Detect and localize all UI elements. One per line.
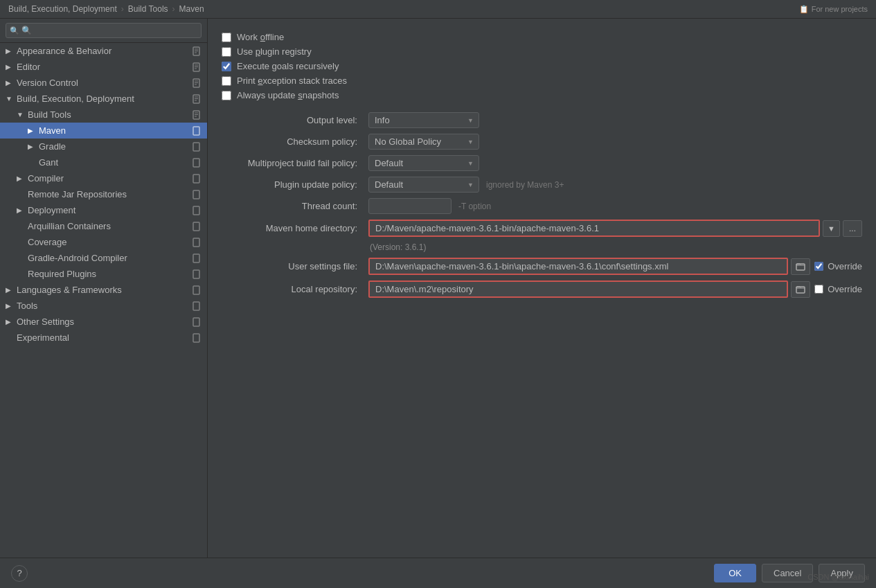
svg-rect-31: [193, 302, 199, 310]
sidebar-item-arquillian[interactable]: ▶ Arquillian Containers: [0, 218, 207, 234]
sidebar-item-compiler[interactable]: ▶ Compiler: [0, 170, 207, 186]
page-icon: [192, 110, 202, 120]
search-icon: 🔍: [10, 26, 19, 35]
always-update-label[interactable]: Always update snapshots: [237, 90, 339, 100]
execute-goals-checkbox[interactable]: [222, 62, 231, 71]
sidebar-item-tools[interactable]: ▶ Tools: [0, 298, 207, 314]
sidebar-label: Version Control: [17, 78, 78, 88]
breadcrumb-part-1[interactable]: Build, Execution, Deployment: [8, 4, 117, 14]
sidebar-item-gant[interactable]: ▶ Gant: [0, 154, 207, 170]
checkbox-print-exception-row: Print exception stack traces: [222, 73, 862, 88]
local-repo-override-checkbox[interactable]: [814, 285, 823, 294]
local-repo-input[interactable]: [368, 280, 788, 298]
checkbox-plugin-registry-row: Use plugin registry: [222, 44, 862, 59]
local-repo-override-row: Override: [814, 284, 862, 294]
print-exception-label[interactable]: Print exception stack traces: [237, 75, 347, 86]
sidebar-label: Appearance & Behavior: [17, 46, 111, 56]
checkbox-work-offline-row: Work offline: [222, 30, 862, 44]
svg-rect-20: [193, 127, 199, 135]
multiproject-label: Multiproject build fail policy:: [222, 158, 360, 168]
maven-home-dropdown-btn[interactable]: ▼: [823, 220, 840, 237]
settings-panel: Work offline Use plugin registry Execute…: [208, 19, 876, 558]
maven-home-path-row: ▼ ...: [368, 220, 862, 237]
output-level-select[interactable]: Info Debug Error: [368, 112, 479, 128]
sidebar-item-build-execution[interactable]: ▼ Build, Execution, Deployment: [0, 91, 207, 107]
work-offline-label[interactable]: Work offline: [237, 32, 284, 42]
sidebar-item-deployment[interactable]: ▶ Deployment: [0, 202, 207, 218]
always-update-checkbox[interactable]: [222, 91, 231, 100]
sidebar-item-experimental[interactable]: ▶ Experimental: [0, 330, 207, 346]
use-plugin-registry-label[interactable]: Use plugin registry: [237, 46, 312, 57]
maven-home-input[interactable]: [368, 220, 820, 237]
user-settings-override-row: Override: [814, 261, 862, 271]
svg-rect-26: [193, 222, 199, 231]
sidebar-item-other-settings[interactable]: ▶ Other Settings: [0, 314, 207, 330]
svg-rect-23: [193, 175, 199, 183]
work-offline-checkbox[interactable]: [222, 33, 231, 42]
breadcrumb-part-2[interactable]: Build Tools: [128, 4, 168, 14]
svg-rect-27: [193, 238, 199, 247]
user-settings-input[interactable]: [368, 258, 788, 275]
checksum-policy-label: Checksum policy:: [222, 136, 360, 147]
sidebar-item-version-control[interactable]: ▶ Version Control: [0, 75, 207, 91]
sidebar: 🔍 ▶ Appearance & Behavior ▶ Editor ▶ Ver…: [0, 19, 208, 558]
svg-rect-33: [193, 334, 199, 342]
maven-home-control: ▼ ...: [368, 220, 862, 237]
plugin-update-label: Plugin update policy:: [222, 179, 360, 190]
arrow-icon: ▶: [6, 47, 14, 55]
maven-home-browse-btn[interactable]: ...: [843, 220, 862, 237]
local-repo-override-label[interactable]: Override: [828, 284, 862, 294]
sidebar-item-required-plugins[interactable]: ▶ Required Plugins: [0, 266, 207, 282]
plugin-update-select-wrapper: Default Always Never: [368, 177, 479, 193]
maven-home-label: Maven home directory:: [222, 223, 360, 233]
page-icon: [192, 174, 202, 184]
user-settings-browse-btn[interactable]: [791, 258, 810, 275]
user-settings-override-label[interactable]: Override: [828, 261, 862, 271]
page-icon: [192, 78, 202, 88]
sidebar-label: Arquillian Containers: [28, 221, 111, 231]
page-icon: [192, 94, 202, 104]
checksum-policy-select[interactable]: No Global Policy Warn Fail Ignore: [368, 134, 479, 150]
sidebar-item-coverage[interactable]: ▶ Coverage: [0, 234, 207, 250]
local-repo-browse-btn[interactable]: [791, 281, 810, 298]
thread-count-input[interactable]: [368, 198, 452, 214]
print-exception-checkbox[interactable]: [222, 76, 231, 86]
sidebar-item-remote-jar[interactable]: ▶ Remote Jar Repositories: [0, 186, 207, 202]
use-plugin-registry-checkbox[interactable]: [222, 47, 231, 57]
sidebar-label: Experimental: [17, 332, 69, 343]
page-icon: [192, 285, 202, 295]
sidebar-label: Build Tools: [28, 109, 71, 120]
arrow-icon: ▶: [17, 206, 25, 214]
arrow-icon: ▶: [6, 79, 14, 87]
sidebar-item-build-tools[interactable]: ▼ Build Tools: [0, 107, 207, 123]
execute-goals-label[interactable]: Execute goals recursively: [237, 61, 339, 71]
page-icon: [192, 206, 202, 215]
sidebar-item-maven[interactable]: ▶ Maven: [0, 123, 207, 139]
page-icon: [192, 238, 202, 247]
user-settings-label: User settings file:: [222, 261, 360, 271]
svg-rect-22: [193, 159, 199, 167]
page-icon: [192, 253, 202, 263]
local-repo-label: Local repository:: [222, 284, 360, 294]
checksum-policy-control: No Global Policy Warn Fail Ignore: [368, 134, 862, 150]
sidebar-item-languages[interactable]: ▶ Languages & Frameworks: [0, 282, 207, 298]
breadcrumb-part-3[interactable]: Maven: [179, 4, 204, 14]
plugin-update-select[interactable]: Default Always Never: [368, 177, 479, 193]
breadcrumb-note-text: For new projects: [812, 5, 868, 13]
sidebar-item-gradle[interactable]: ▶ Gradle: [0, 139, 207, 154]
sidebar-label: Gradle: [39, 141, 66, 152]
plugin-update-hint: ignored by Maven 3+: [486, 180, 564, 190]
sidebar-item-editor[interactable]: ▶ Editor: [0, 59, 207, 75]
help-button[interactable]: ?: [11, 565, 28, 582]
sidebar-item-appearance[interactable]: ▶ Appearance & Behavior: [0, 43, 207, 59]
ok-button[interactable]: OK: [714, 564, 756, 582]
thread-count-control: -T option: [368, 198, 862, 214]
breadcrumb-sep-2: ›: [172, 4, 175, 14]
multiproject-select[interactable]: Default Fail at end Never fail: [368, 155, 479, 171]
sidebar-label: Coverage: [28, 237, 66, 247]
search-input[interactable]: [6, 23, 202, 38]
breadcrumb: Build, Execution, Deployment › Build Too…: [0, 0, 876, 19]
cancel-button[interactable]: Cancel: [762, 564, 813, 582]
user-settings-override-checkbox[interactable]: [814, 262, 823, 271]
sidebar-item-gradle-android[interactable]: ▶ Gradle-Android Compiler: [0, 250, 207, 266]
